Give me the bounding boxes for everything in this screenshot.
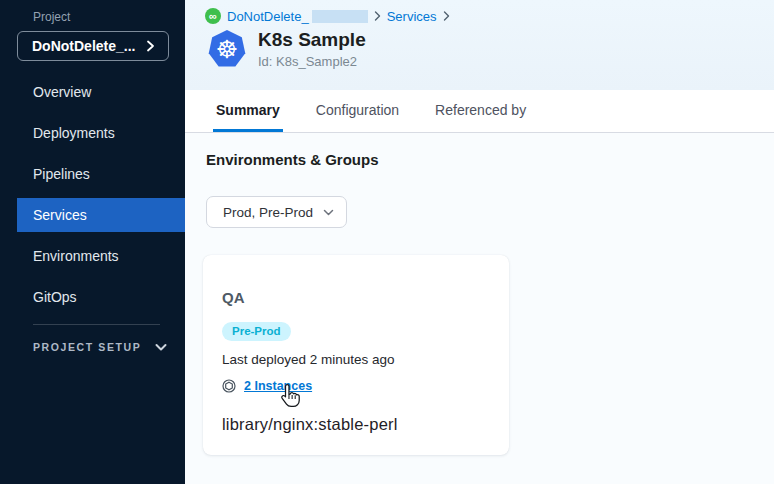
- sidebar-item-pipelines[interactable]: Pipelines: [17, 157, 185, 191]
- service-title-block: K8s Sample Id: K8s_Sample2: [258, 29, 366, 69]
- last-deployed-text: Last deployed 2 minutes ago: [222, 352, 489, 367]
- project-selector[interactable]: DoNotDelete_...: [17, 31, 169, 61]
- project-setup-toggle[interactable]: PROJECT SETUP: [33, 341, 167, 353]
- sidebar-item-gitops[interactable]: GitOps: [17, 280, 185, 314]
- service-id: Id: K8s_Sample2: [258, 54, 366, 69]
- service-title-row: ☸ K8s Sample Id: K8s_Sample2: [205, 29, 754, 69]
- environment-type-badge: Pre-Prod: [222, 322, 291, 341]
- chevron-right-icon: [146, 40, 155, 52]
- sidebar-nav: Overview Deployments Pipelines Services …: [0, 75, 185, 314]
- instances-link[interactable]: 2 Instances: [244, 379, 312, 393]
- summary-content: Environments & Groups Prod, Pre-Prod QA …: [185, 133, 774, 484]
- sidebar-item-services[interactable]: Services: [17, 198, 185, 232]
- instances-icon: [222, 379, 236, 393]
- cd-module-icon: ∞: [205, 8, 221, 24]
- breadcrumb: ∞ DoNotDelete_ Services: [205, 8, 754, 24]
- sidebar-item-overview[interactable]: Overview: [17, 75, 185, 109]
- redacted-project-name: [312, 10, 368, 23]
- sidebar-item-deployments[interactable]: Deployments: [17, 116, 185, 150]
- chevron-right-icon: [374, 11, 381, 21]
- artifact-name: library/nginx:stable-perl: [222, 415, 489, 434]
- breadcrumb-project-link[interactable]: DoNotDelete_: [227, 9, 309, 24]
- environment-name: QA: [222, 289, 489, 306]
- project-selector-value: DoNotDelete_...: [32, 38, 135, 54]
- tab-referenced-by[interactable]: Referenced by: [432, 90, 529, 132]
- project-label: Project: [33, 10, 185, 24]
- environment-filter-value: Prod, Pre-Prod: [223, 205, 313, 220]
- project-setup-label: PROJECT SETUP: [33, 341, 141, 353]
- environments-groups-heading: Environments & Groups: [206, 151, 774, 168]
- project-sidebar: Project DoNotDelete_... Overview Deploym…: [0, 0, 185, 484]
- sidebar-item-environments[interactable]: Environments: [17, 239, 185, 273]
- page-title: K8s Sample: [258, 29, 366, 51]
- environment-filter-dropdown[interactable]: Prod, Pre-Prod: [206, 196, 347, 228]
- sidebar-divider: [33, 324, 160, 325]
- tab-configuration[interactable]: Configuration: [313, 90, 402, 132]
- chevron-down-icon: [155, 343, 167, 351]
- service-tabs: Summary Configuration Referenced by: [185, 90, 774, 133]
- main-area: ∞ DoNotDelete_ Services ☸ K8s Sample Id:…: [185, 0, 774, 484]
- tab-summary[interactable]: Summary: [213, 90, 283, 132]
- chevron-down-icon: [323, 209, 334, 216]
- chevron-right-icon: [443, 11, 450, 21]
- breadcrumb-services-link[interactable]: Services: [387, 9, 437, 24]
- service-page-header: ∞ DoNotDelete_ Services ☸ K8s Sample Id:…: [185, 0, 774, 90]
- environment-card-qa[interactable]: QA Pre-Prod Last deployed 2 minutes ago …: [203, 255, 509, 455]
- kubernetes-icon: ☸: [208, 30, 246, 68]
- instances-row: 2 Instances: [222, 379, 489, 393]
